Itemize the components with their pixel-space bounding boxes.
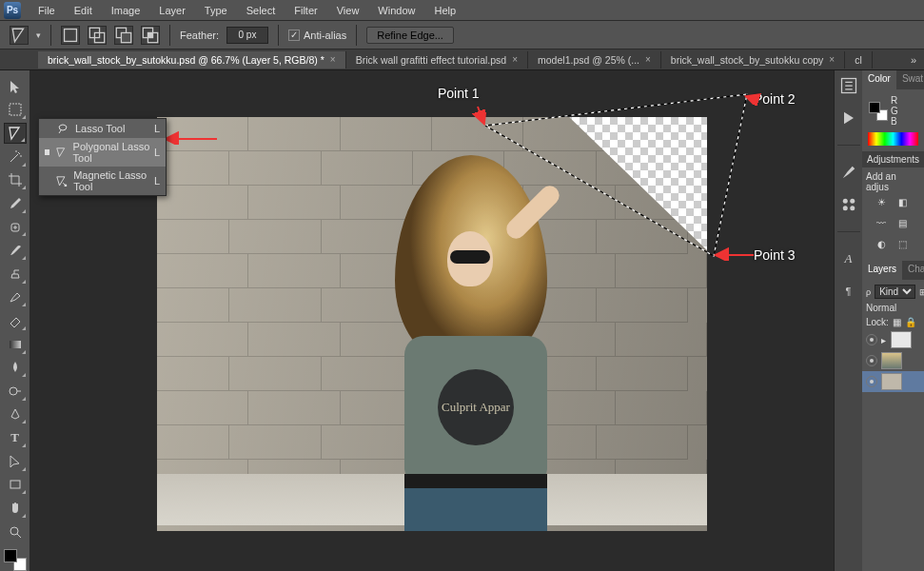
brightness-icon[interactable]: ☀ (874, 194, 889, 209)
visibility-icon[interactable] (866, 376, 877, 387)
selection-new-icon[interactable] (61, 26, 80, 45)
tab-doc-5[interactable]: cl (845, 51, 873, 69)
brush-panel-icon[interactable] (839, 163, 858, 182)
feather-input[interactable] (226, 27, 268, 44)
refine-edge-button[interactable]: Refine Edge... (366, 27, 454, 44)
dodge-tool[interactable] (4, 381, 27, 402)
brush-tool[interactable] (4, 240, 27, 261)
tool-preset-icon[interactable] (10, 26, 29, 45)
lasso-tool[interactable] (4, 123, 27, 144)
menu-type[interactable]: Type (195, 2, 237, 19)
tab-doc-4[interactable]: brick_wall_stock_by_sutokku copy× (661, 51, 845, 69)
foreground-background-colors[interactable] (4, 549, 27, 571)
tab-overflow-icon[interactable]: » (903, 54, 924, 66)
menu-edit[interactable]: Edit (65, 2, 102, 19)
lock-all-icon[interactable]: 🔒 (905, 317, 916, 327)
menu-select[interactable]: Select (237, 2, 285, 19)
crop-tool[interactable] (4, 170, 27, 191)
history-panel-icon[interactable] (839, 76, 858, 95)
hue-icon[interactable]: ⬚ (895, 236, 910, 251)
close-icon[interactable]: × (330, 54, 336, 65)
path-selection-tool[interactable] (4, 451, 27, 472)
move-tool[interactable] (4, 76, 27, 97)
type-tool[interactable]: T (4, 427, 27, 448)
history-brush-tool[interactable] (4, 287, 27, 308)
clone-stamp-tool[interactable] (4, 264, 27, 285)
selection-add-icon[interactable] (88, 26, 107, 45)
pen-tool[interactable] (4, 404, 27, 425)
tab-channels[interactable]: Chan (902, 261, 924, 280)
flyout-lasso[interactable]: Lasso Tool L (39, 119, 166, 138)
channel-r: R (891, 95, 897, 106)
flyout-item-label: Magnetic Lasso Tool (73, 169, 160, 192)
blur-tool[interactable] (4, 358, 27, 379)
menu-image[interactable]: Image (102, 2, 150, 19)
selection-subtract-icon[interactable] (114, 26, 133, 45)
tab-swatches[interactable]: Swat (896, 70, 924, 89)
eraser-tool[interactable] (4, 310, 27, 331)
tab-doc-2[interactable]: Brick wall grafitti effect tutorial.psd× (346, 51, 528, 69)
lock-transparent-icon[interactable]: ▦ (893, 317, 901, 327)
marquee-tool[interactable] (4, 100, 27, 121)
tab-layers[interactable]: Layers (862, 261, 902, 280)
layer-filter-kind[interactable]: Kind (875, 285, 915, 299)
selection-intersect-icon[interactable] (141, 26, 160, 45)
zoom-tool[interactable] (4, 522, 27, 542)
paragraph-panel-icon[interactable]: ¶ (839, 282, 858, 301)
vibrance-icon[interactable]: ◐ (874, 236, 889, 251)
filter-icons[interactable]: ⊞ (919, 287, 924, 297)
close-icon[interactable]: × (829, 54, 835, 65)
lock-label: Lock: (866, 317, 889, 327)
tab-color[interactable]: Color (862, 70, 896, 89)
blend-mode-select[interactable]: Normal (866, 303, 896, 313)
svg-rect-12 (10, 481, 20, 488)
rectangle-tool[interactable] (4, 475, 27, 496)
tool-preset-dropdown-icon[interactable]: ▾ (36, 30, 41, 40)
levels-icon[interactable]: ◧ (895, 194, 910, 209)
antialias-checkbox[interactable]: ✓ Anti-alias (288, 30, 346, 41)
character-panel-icon[interactable]: A (839, 249, 858, 268)
close-icon[interactable]: × (645, 54, 651, 65)
annotation-point2: Point 2 (754, 91, 796, 107)
svg-point-20 (850, 199, 855, 204)
exposure-icon[interactable]: ▤ (895, 215, 910, 230)
layers-panel-tabs: Layers Chan (862, 261, 924, 280)
color-fgbg[interactable] (869, 102, 888, 121)
flyout-polygonal-lasso[interactable]: Polygonal Lasso Tool L (39, 138, 166, 167)
layer-row-3[interactable] (862, 371, 924, 392)
menu-filter[interactable]: Filter (285, 2, 326, 19)
menu-help[interactable]: Help (424, 2, 465, 19)
svg-point-21 (842, 206, 847, 210)
curves-icon[interactable]: 〰 (874, 215, 889, 230)
tools-panel: T (0, 70, 30, 571)
color-panel-body: R G B (862, 89, 924, 151)
magic-wand-tool[interactable] (4, 147, 27, 167)
visibility-icon[interactable] (866, 334, 877, 345)
actions-panel-icon[interactable] (839, 108, 858, 128)
visibility-icon[interactable] (866, 355, 877, 366)
layer-row-2[interactable] (866, 350, 920, 371)
document-canvas[interactable]: Culprit Appar (157, 117, 707, 531)
healing-brush-tool[interactable] (4, 217, 27, 238)
layer-row-1[interactable]: ▸ (866, 329, 920, 350)
menu-window[interactable]: Window (368, 2, 424, 19)
tab-doc-1[interactable]: brick_wall_stock_by_sutokku.psd @ 66.7% … (38, 51, 346, 69)
brush-presets-icon[interactable] (839, 195, 858, 214)
flyout-magnetic-lasso[interactable]: Magnetic Lasso Tool L (39, 167, 166, 195)
flyout-item-label: Lasso Tool (75, 123, 125, 134)
feather-label: Feather: (180, 30, 219, 41)
channel-g: G (891, 106, 898, 116)
right-panels: Color Swat R G B Adjustments Add an adju… (862, 70, 924, 571)
menu-file[interactable]: File (29, 2, 65, 19)
menu-view[interactable]: View (327, 2, 369, 19)
tab-doc-3[interactable]: model1.psd @ 25% (...× (528, 51, 661, 69)
gradient-tool[interactable] (4, 334, 27, 355)
menu-layer[interactable]: Layer (149, 2, 195, 19)
svg-rect-0 (65, 29, 77, 41)
close-icon[interactable]: × (512, 54, 518, 65)
svg-point-23 (65, 184, 68, 187)
eyedropper-tool[interactable] (4, 193, 27, 214)
color-ramp[interactable] (868, 132, 918, 146)
lasso-tool-flyout: Lasso Tool L Polygonal Lasso Tool L Magn… (38, 118, 167, 196)
hand-tool[interactable] (4, 498, 27, 519)
